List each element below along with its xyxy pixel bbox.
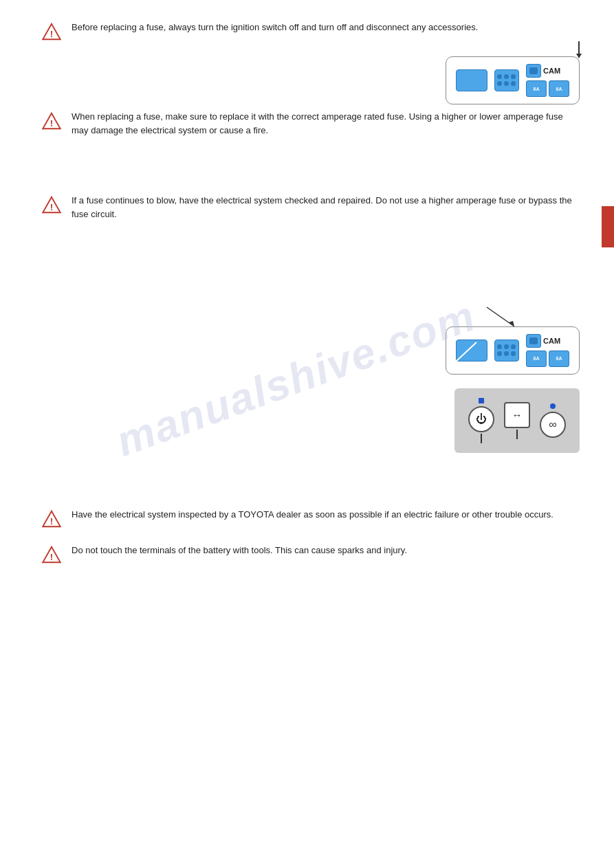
- dot: [497, 351, 502, 356]
- dot: [504, 74, 509, 79]
- svg-text:!: !: [50, 202, 54, 212]
- power-dot: [479, 398, 484, 403]
- double-arrow-line-bottom: [516, 430, 518, 439]
- cam-label-1: CAM: [543, 67, 560, 75]
- cam-icon-inner-1: [529, 67, 538, 74]
- cam-icon-2: [526, 334, 541, 348]
- cam-icon-inner-2: [529, 337, 538, 344]
- warning-block-3: ! If a fuse continues to blow, have the …: [41, 194, 580, 221]
- warning-text-4: Have the electrical system inspected by …: [72, 508, 580, 522]
- control-panel-wrapper: ⏻ ↔ ∞: [454, 388, 580, 474]
- dot: [511, 81, 516, 86]
- power-button[interactable]: ⏻: [468, 406, 494, 432]
- power-button-container: ⏻: [468, 398, 494, 443]
- power-line-bottom: [481, 434, 482, 443]
- dot: [511, 344, 516, 349]
- svg-line-3: [487, 307, 514, 326]
- blue-rect-main-1: [456, 69, 487, 91]
- double-arrow-container: ↔: [504, 402, 530, 439]
- fuse-box-1a: 8A: [526, 80, 547, 97]
- diagram-box-2: CAM 8A 8A: [446, 326, 580, 375]
- diagram-section-1: CAM 8A 8A: [41, 56, 580, 104]
- dot: [497, 81, 502, 86]
- warning-block-2: ! When replacing a fuse, make sure to re…: [41, 110, 580, 137]
- control-panel-section: ⏻ ↔ ∞: [41, 388, 580, 474]
- infinity-button[interactable]: ∞: [540, 412, 566, 438]
- spacer-1: [41, 153, 580, 194]
- warning-text-5: Do not touch the terminals of the batter…: [72, 544, 580, 557]
- warning-text-3: If a fuse continues to blow, have the el…: [72, 194, 580, 221]
- svg-text:!: !: [50, 515, 54, 526]
- warning-block-5: ! Do not touch the terminals of the batt…: [41, 544, 580, 564]
- fuse-box-1b: 8A: [549, 80, 569, 97]
- dot: [504, 344, 509, 349]
- diagram-container-2: CAM 8A 8A: [446, 326, 580, 375]
- double-arrow-button[interactable]: ↔: [504, 402, 530, 428]
- infinity-symbol: ∞: [549, 419, 556, 431]
- power-symbol: ⏻: [476, 413, 487, 425]
- diagram-arrow-1: [576, 41, 582, 58]
- double-arrow-symbol: ↔: [512, 409, 523, 421]
- blue-connector-1: [494, 69, 519, 91]
- infinity-dot: [550, 403, 556, 409]
- fuse-row-2: 8A 8A: [526, 350, 569, 367]
- cross-line: [456, 340, 487, 361]
- warning-block-4: ! Have the electrical system inspected b…: [41, 508, 580, 528]
- warning-icon-1: !: [41, 22, 62, 41]
- control-panel: ⏻ ↔ ∞: [454, 388, 580, 453]
- diagram-arrow-2: [487, 307, 528, 328]
- blue-connector-2: [494, 340, 519, 361]
- svg-text:!: !: [50, 551, 54, 561]
- dot: [504, 81, 509, 86]
- warning-icon-4: !: [41, 509, 62, 528]
- dot: [511, 74, 516, 79]
- warning-icon-2: !: [41, 111, 62, 131]
- connector-dots-1: [497, 74, 516, 87]
- warning-icon-5: !: [41, 545, 62, 564]
- cam-icon-row-2: CAM: [526, 334, 560, 348]
- cam-icon-1: [526, 64, 541, 78]
- svg-text:!: !: [50, 29, 54, 39]
- cam-group-2: CAM 8A 8A: [526, 334, 569, 367]
- dot: [511, 351, 516, 356]
- dot: [497, 344, 502, 349]
- cam-label-2: CAM: [543, 337, 560, 345]
- cam-icon-row-1: CAM: [526, 64, 560, 78]
- dot: [504, 351, 509, 356]
- svg-text:!: !: [50, 118, 54, 129]
- fuse-row-1: 8A 8A: [526, 80, 569, 97]
- diagram-section-2: CAM 8A 8A: [41, 326, 580, 375]
- blue-rect-crossed: [456, 340, 487, 361]
- diagram-box-1: CAM 8A 8A: [446, 56, 580, 104]
- svg-line-5: [456, 342, 476, 361]
- fuse-box-2a: 8A: [526, 350, 547, 367]
- fuse-box-2b: 8A: [549, 350, 569, 367]
- infinity-button-container: ∞: [540, 403, 566, 438]
- warning-block-1: ! Before replacing a fuse, always turn t…: [41, 21, 580, 41]
- page-content: ! Before replacing a fuse, always turn t…: [0, 0, 614, 600]
- diagram-container-1: CAM 8A 8A: [446, 56, 580, 104]
- dot: [497, 74, 502, 79]
- cam-group-1: CAM 8A 8A: [526, 64, 569, 97]
- warning-text-1: Before replacing a fuse, always turn the…: [72, 21, 580, 34]
- warning-icon-3: !: [41, 195, 62, 214]
- warning-text-2: When replacing a fuse, make sure to repl…: [72, 110, 580, 137]
- connector-dots-2: [497, 344, 516, 357]
